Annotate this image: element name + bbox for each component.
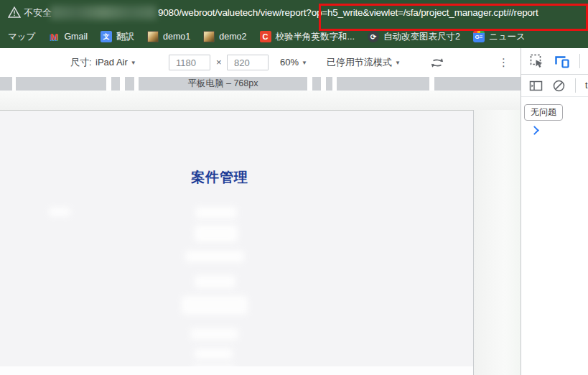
redacted-text-row (195, 348, 233, 359)
stage-top-margin (0, 91, 521, 110)
bookmark-label: 校验半角英数字和... (276, 31, 355, 43)
bookmark-item[interactable]: 校验半角英数字和... (260, 31, 355, 43)
console-prompt-chevron-icon[interactable] (530, 126, 539, 135)
url-prefix: 9080/webroot/valuetech/view/report (158, 7, 306, 18)
redacted-text-row (195, 225, 238, 242)
inspect-element-icon[interactable] (530, 54, 544, 68)
chevron-down-icon: ▼ (395, 60, 401, 66)
emulation-stage: 案件管理 (0, 91, 521, 375)
dimensions-label: 尺寸: (70, 48, 92, 77)
bookmark-favicon-icon (48, 31, 60, 42)
breakpoint-segment[interactable] (312, 77, 321, 91)
browser-address-bar: 不安全 9080/webroot/valuetech/view/report?o… (0, 0, 588, 25)
bookmark-label: 自动改变图表尺寸2 (383, 31, 460, 43)
bookmark-item[interactable]: 翻訳 (101, 31, 134, 43)
redacted-text-row (49, 208, 70, 216)
bookmark-label: 翻訳 (116, 31, 134, 43)
redacted-text-row (185, 251, 244, 262)
redacted-text-row (195, 207, 237, 218)
viewport-height-input[interactable] (227, 55, 269, 70)
bookmark-favicon-icon (101, 31, 112, 42)
bookmark-item[interactable]: マップ (8, 31, 35, 43)
breakpoint-segment[interactable] (125, 77, 134, 91)
viewport-width-input[interactable] (169, 55, 210, 70)
no-issues-badge[interactable]: 无问题 (524, 104, 563, 121)
breakpoint-segment[interactable] (16, 77, 106, 91)
bookmark-favicon-icon (473, 31, 485, 42)
url-highlighted-part: ?op=h5_write&viewlet=/sfa/project_manage… (306, 7, 538, 18)
bookmark-favicon-icon (260, 31, 271, 42)
breakpoint-segment[interactable] (326, 77, 332, 91)
redacted-text-row (190, 328, 238, 340)
bookmark-favicon-icon (147, 31, 159, 42)
clear-console-icon[interactable] (552, 79, 566, 93)
bookmark-label: demo1 (163, 32, 190, 42)
redacted-text-row (182, 296, 248, 315)
not-secure-label[interactable]: 不安全 (24, 0, 52, 25)
devtools-console-toolbar: t (521, 75, 588, 97)
bookmark-item[interactable]: 自动改变图表尺寸2 (368, 31, 460, 43)
throttling-select[interactable]: 已停用节流模式▼ (327, 48, 401, 77)
bookmark-label: Gmail (64, 32, 88, 42)
breakpoint-preset-label[interactable]: 平板电脑 – 768px (139, 77, 307, 91)
emulated-page-viewport: 案件管理 (0, 110, 474, 375)
toolbar-divider (579, 54, 580, 68)
bookmarks-bar: マップ Gmail 翻訳 demo1 demo2 校验半角英数字和... 自动改… (0, 25, 588, 48)
bookmark-favicon-icon (203, 31, 215, 42)
more-options-icon[interactable]: ⋮ (498, 48, 509, 77)
bookmark-label: マップ (8, 31, 35, 43)
not-secure-warning-icon[interactable] (8, 6, 21, 21)
chevron-down-icon: ▼ (302, 60, 307, 66)
console-sidebar-icon[interactable] (529, 80, 543, 92)
device-emulation-toolbar: 尺寸: iPad Air▼ × 60%▼ 已停用节流模式▼ ⋮ (0, 48, 521, 77)
url-text[interactable]: 9080/webroot/valuetech/view/report?op=h5… (158, 0, 538, 25)
toolbar-divider (575, 78, 576, 93)
breakpoint-segment[interactable] (111, 77, 120, 91)
toggle-device-toolbar-icon[interactable] (554, 55, 570, 68)
bookmark-label: demo2 (219, 32, 246, 42)
bookmark-item[interactable]: demo1 (147, 31, 190, 42)
device-select[interactable]: iPad Air▼ (95, 48, 136, 77)
chevron-down-icon: ▼ (131, 60, 136, 66)
breakpoint-segment[interactable] (0, 77, 12, 91)
url-redacted-blur (50, 6, 157, 19)
console-context-clipped-label[interactable]: t (585, 80, 587, 91)
redacted-text-row (195, 275, 235, 288)
zoom-select[interactable]: 60%▼ (280, 48, 307, 77)
bookmark-item[interactable]: Gmail (48, 31, 88, 42)
bookmark-label: ニュース (489, 31, 526, 43)
page-bottom-strip (0, 366, 473, 375)
dimension-times-label: × (216, 48, 222, 77)
bookmark-item[interactable]: demo2 (203, 31, 246, 42)
bookmark-favicon-icon (368, 31, 379, 42)
bookmark-item[interactable]: ニュース (473, 31, 526, 43)
page-title: 案件管理 (0, 168, 439, 187)
devtools-main-toolbar (521, 48, 588, 75)
devtools-panel: t 无问题 (521, 48, 588, 375)
rotate-viewport-icon[interactable] (428, 54, 447, 74)
breakpoint-segment[interactable] (434, 77, 521, 91)
breakpoint-segment[interactable] (337, 77, 429, 91)
breakpoint-ruler: 平板电脑 – 768px (0, 77, 521, 91)
